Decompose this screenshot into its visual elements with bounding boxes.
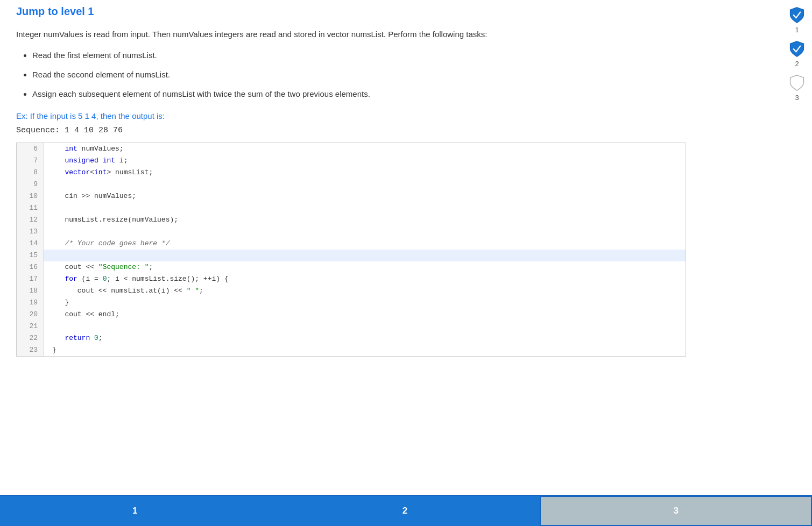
code-line-20: cout << endl;	[44, 309, 686, 321]
badge-num-1: 1	[795, 26, 799, 34]
badge-num-2: 2	[795, 60, 799, 68]
line-numbers: 6 7 8 9 10 11 12 13 14 15 16 17 18 19 20…	[17, 143, 44, 356]
code-line-15[interactable]	[44, 250, 686, 261]
line-num-9: 9	[17, 179, 43, 190]
line-num-10: 10	[17, 190, 43, 202]
code-line-6: int numValues;	[44, 143, 686, 155]
code-line-22: return 0;	[44, 332, 686, 344]
main-description: Integer numValues is read from input. Th…	[16, 27, 662, 41]
line-num-8: 8	[17, 167, 43, 179]
code-line-17: for (i = 0; i < numsList.size(); ++i) {	[44, 273, 686, 285]
code-line-8: vector<int> numsList;	[44, 167, 686, 179]
badge-icon-3	[787, 73, 807, 93]
code-line-18: cout << numsList.at(i) << " ";	[44, 285, 686, 297]
code-line-21	[44, 321, 686, 332]
line-num-16: 16	[17, 261, 43, 273]
code-editor-inner[interactable]: 6 7 8 9 10 11 12 13 14 15 16 17 18 19 20…	[17, 143, 686, 356]
nav-btn-3-label: 3	[673, 506, 678, 516]
nav-btn-1[interactable]: 1	[0, 496, 270, 526]
line-num-21: 21	[17, 321, 43, 332]
code-line-7: unsigned int i;	[44, 155, 686, 167]
line-num-17: 17	[17, 273, 43, 285]
line-num-18: 18	[17, 285, 43, 297]
line-num-23: 23	[17, 344, 43, 356]
line-num-7: 7	[17, 155, 43, 167]
nav-btn-1-label: 1	[132, 506, 137, 516]
line-num-19: 19	[17, 297, 43, 309]
nav-btn-2[interactable]: 2	[270, 496, 540, 526]
code-line-11	[44, 202, 686, 214]
badge-icon-2	[787, 39, 807, 59]
task-item-1: Read the first element of numsList.	[32, 49, 796, 62]
level-badge-1[interactable]: 1	[787, 5, 807, 34]
example-label: Ex: If the input is 5 1 4, then the outp…	[16, 111, 796, 120]
code-editor[interactable]: 6 7 8 9 10 11 12 13 14 15 16 17 18 19 20…	[16, 143, 686, 357]
code-line-16: cout << "Sequence: ";	[44, 261, 686, 273]
badge-icon-1	[787, 5, 807, 25]
jump-to-level-heading: Jump to level 1	[16, 5, 796, 18]
nav-btn-3[interactable]: 3	[540, 496, 812, 526]
level-badge-3[interactable]: 3	[787, 73, 807, 102]
nav-btn-2-label: 2	[403, 506, 407, 516]
line-num-11: 11	[17, 202, 43, 214]
code-line-12: numsList.resize(numValues);	[44, 214, 686, 226]
line-num-6: 6	[17, 143, 43, 155]
line-num-22: 22	[17, 332, 43, 344]
task-list: Read the first element of numsList. Read…	[32, 49, 796, 101]
code-line-13	[44, 226, 686, 238]
sequence-output: Sequence: 1 4 10 28 76	[16, 126, 796, 135]
main-content: 1 2 3	[0, 0, 812, 495]
code-line-14: /* Your code goes here */	[44, 238, 686, 250]
code-line-10: cin >> numValues;	[44, 190, 686, 202]
task-item-3: Assign each subsequent element of numsLi…	[32, 88, 796, 101]
level-badges: 1 2 3	[782, 0, 812, 107]
line-num-13: 13	[17, 226, 43, 238]
bottom-nav: 1 2 3	[0, 495, 812, 526]
level-badge-2[interactable]: 2	[787, 39, 807, 68]
code-lines[interactable]: int numValues; unsigned int i; vector<in…	[44, 143, 686, 356]
badge-num-3: 3	[795, 94, 799, 102]
page-wrapper: 1 2 3	[0, 0, 812, 526]
line-num-20: 20	[17, 309, 43, 321]
line-num-15: 15	[17, 250, 43, 261]
code-line-19: }	[44, 297, 686, 309]
code-line-9	[44, 179, 686, 190]
code-line-23: }	[44, 344, 686, 356]
task-item-2: Read the second element of numsList.	[32, 68, 796, 81]
line-num-12: 12	[17, 214, 43, 226]
line-num-14: 14	[17, 238, 43, 250]
